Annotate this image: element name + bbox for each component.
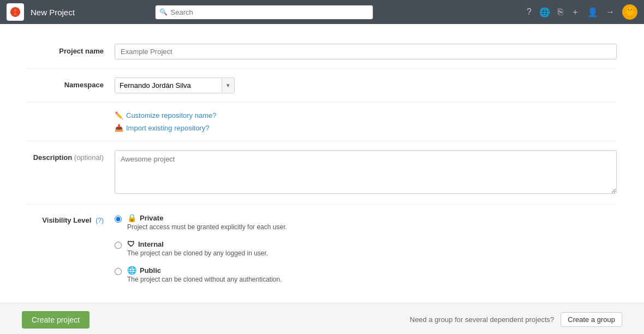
- visibility-public-option: 🌐 Public The project can be cloned witho…: [115, 266, 617, 283]
- group-message: Need a group for several dependent proje…: [410, 315, 554, 324]
- namespace-dropdown-arrow[interactable]: ▾: [222, 79, 234, 92]
- shield-icon: 🛡: [127, 240, 135, 248]
- visibility-public-title: 🌐 Public: [127, 266, 282, 275]
- form-container: Project name Namespace Fernando Jordán S…: [5, 24, 639, 303]
- project-name-row: Project name: [27, 35, 617, 69]
- footer-bar: Create project Need a group for several …: [0, 303, 644, 334]
- description-label: Description (optional): [27, 150, 115, 162]
- visibility-private-title: 🔒 Private: [127, 213, 287, 222]
- visibility-internal-desc: The project can be cloned by any logged …: [127, 249, 268, 257]
- footer-right: Need a group for several dependent proje…: [410, 312, 622, 327]
- visibility-public-desc: The project can be cloned without any au…: [127, 276, 282, 283]
- visibility-public-radio[interactable]: [115, 268, 122, 275]
- visibility-internal-content: 🛡 Internal The project can be cloned by …: [127, 240, 268, 257]
- namespace-field: Fernando Jordán Silva ▾: [115, 77, 617, 93]
- visibility-internal-title: 🛡 Internal: [127, 240, 268, 248]
- edit-icon: ✏️: [115, 111, 123, 120]
- logo[interactable]: [7, 3, 24, 21]
- customize-repo-link[interactable]: ✏️ Customize repository name?: [115, 111, 617, 120]
- visibility-private-radio[interactable]: [115, 216, 122, 223]
- app-header: New Project 🔍 ? 🌐 ⎘ ＋ 👤 → 🐥: [0, 0, 644, 24]
- visibility-private-desc: Project access must be granted explicitl…: [127, 223, 287, 231]
- signout-icon[interactable]: →: [606, 7, 615, 17]
- lock-icon: 🔒: [127, 213, 136, 222]
- plus-icon[interactable]: ＋: [571, 7, 580, 18]
- search-container: 🔍: [155, 5, 373, 20]
- create-project-button[interactable]: Create project: [22, 311, 90, 329]
- page-title: New Project: [31, 8, 75, 17]
- namespace-label: Namespace: [27, 77, 115, 89]
- import-icon: 📥: [115, 124, 123, 132]
- visibility-help-icon[interactable]: (?): [96, 217, 104, 224]
- namespace-select-wrapper: Fernando Jordán Silva ▾: [115, 77, 235, 93]
- import-repo-link[interactable]: 📥 Import existing repository?: [115, 124, 617, 132]
- header-icons: ? 🌐 ⎘ ＋ 👤 → 🐥: [527, 4, 637, 20]
- visibility-private-content: 🔒 Private Project access must be granted…: [127, 213, 287, 231]
- visibility-row: Visibility Level (?) 🔒 Private Project a…: [27, 205, 617, 292]
- visibility-options: 🔒 Private Project access must be granted…: [115, 213, 617, 283]
- description-row: Description (optional): [27, 141, 617, 205]
- project-name-input[interactable]: [115, 44, 617, 59]
- user-icon[interactable]: 👤: [587, 7, 598, 17]
- avatar[interactable]: 🐥: [622, 4, 637, 20]
- globe-vis-icon: 🌐: [127, 266, 136, 275]
- globe-icon[interactable]: 🌐: [539, 7, 550, 17]
- project-name-field: [115, 44, 617, 59]
- copy-icon[interactable]: ⎘: [558, 7, 563, 17]
- project-name-label: Project name: [27, 44, 115, 55]
- help-icon[interactable]: ?: [527, 7, 532, 17]
- visibility-label-container: Visibility Level (?): [27, 213, 115, 224]
- search-icon: 🔍: [159, 8, 168, 16]
- create-group-button[interactable]: Create a group: [560, 312, 622, 327]
- visibility-internal-radio[interactable]: [115, 242, 122, 249]
- namespace-row: Namespace Fernando Jordán Silva ▾: [27, 69, 617, 103]
- search-input[interactable]: [155, 5, 373, 20]
- main-content: Project name Namespace Fernando Jordán S…: [0, 24, 644, 303]
- visibility-public-content: 🌐 Public The project can be cloned witho…: [127, 266, 282, 283]
- description-textarea[interactable]: [115, 150, 617, 194]
- namespace-dropdown[interactable]: Fernando Jordán Silva: [115, 78, 222, 93]
- visibility-internal-option: 🛡 Internal The project can be cloned by …: [115, 240, 617, 257]
- description-field: [115, 150, 617, 195]
- visibility-private-option: 🔒 Private Project access must be granted…: [115, 213, 617, 231]
- form-links: ✏️ Customize repository name? 📥 Import e…: [27, 103, 617, 141]
